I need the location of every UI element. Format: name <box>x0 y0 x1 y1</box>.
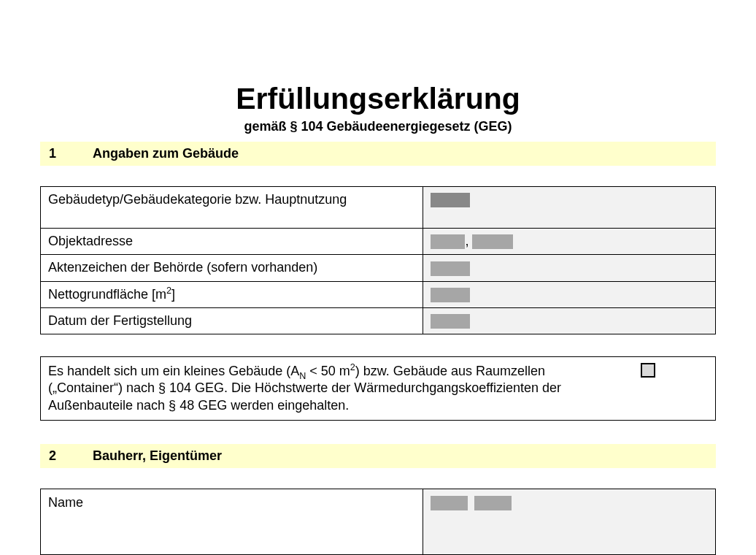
table-row: Nettogrundfläche [m2] <box>41 281 716 307</box>
objektadresse-label: Objektadresse <box>41 229 423 255</box>
table-row: Aktenzeichen der Behörde (sofern vorhand… <box>41 255 716 281</box>
page-title: Erfüllungserklärung <box>40 82 716 116</box>
address-separator: , <box>465 234 472 248</box>
name-label: Name <box>41 489 423 555</box>
building-info-table: Gebäudetyp/Gebäudekategorie bzw. Hauptnu… <box>40 186 716 334</box>
section-2-number: 2 <box>49 448 93 464</box>
page-subtitle: gemäß § 104 Gebäudeenergiegesetz (GEG) <box>40 119 716 134</box>
aktenzeichen-value[interactable] <box>423 255 716 281</box>
gebaeudetyp-value[interactable] <box>423 187 716 229</box>
small-building-table: Es handelt sich um ein kleines Gebäude (… <box>40 356 716 421</box>
section-2-title: Bauherr, Eigentümer <box>93 448 222 464</box>
aktenzeichen-label: Aktenzeichen der Behörde (sofern vorhand… <box>41 255 423 281</box>
small-building-checkbox[interactable] <box>641 363 655 378</box>
gebaeudetyp-label: Gebäudetyp/Gebäudekategorie bzw. Hauptnu… <box>41 187 423 229</box>
table-row: Name <box>41 489 716 555</box>
section-1-title: Angaben zum Gebäude <box>93 146 239 161</box>
small-building-checkbox-cell <box>581 357 716 421</box>
section-2-header: 2 Bauherr, Eigentümer <box>40 444 716 468</box>
name-value[interactable] <box>423 489 716 555</box>
nettogrundflaeche-label: Nettogrundfläche [m2] <box>41 281 423 307</box>
datum-label: Datum der Fertigstellung <box>41 307 423 334</box>
table-row: Es handelt sich um ein kleines Gebäude (… <box>41 357 716 421</box>
table-row: Objektadresse , <box>41 229 716 255</box>
section-1-header: 1 Angaben zum Gebäude <box>40 142 716 166</box>
table-row: Gebäudetyp/Gebäudekategorie bzw. Hauptnu… <box>41 187 716 229</box>
objektadresse-value[interactable]: , <box>423 229 716 255</box>
nettogrundflaeche-value[interactable] <box>423 281 716 307</box>
section-1-number: 1 <box>49 146 93 161</box>
owner-table: Name <box>40 489 716 555</box>
small-building-text: Es handelt sich um ein kleines Gebäude (… <box>41 357 581 421</box>
datum-value[interactable] <box>423 307 716 334</box>
table-row: Datum der Fertigstellung <box>41 307 716 334</box>
